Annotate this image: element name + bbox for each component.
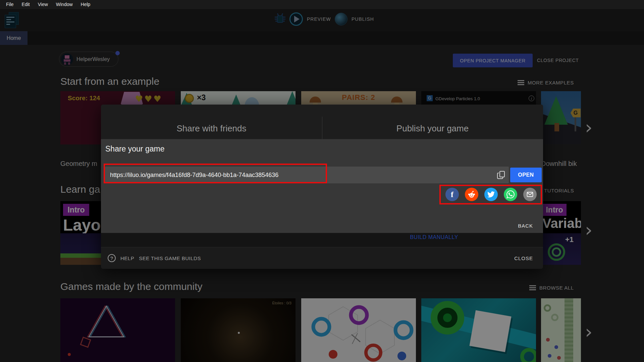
share-heading: Share your game: [105, 144, 164, 154]
whatsapp-share-button[interactable]: [504, 188, 517, 201]
share-dialog: Share with friends Publish your game Sha…: [101, 105, 543, 269]
menu-edit[interactable]: Edit: [18, 0, 34, 9]
facebook-icon: f: [451, 190, 453, 199]
game-url-text: https://liluo.io/games/f4a16fd8-7d9a-464…: [110, 167, 278, 183]
back-button[interactable]: BACK: [518, 223, 533, 229]
twitter-share-button[interactable]: [484, 188, 498, 201]
facebook-share-button[interactable]: f: [445, 188, 459, 201]
menu-window[interactable]: Window: [52, 0, 77, 9]
menu-view[interactable]: View: [34, 0, 52, 9]
dialog-bottom-bar: ? HELP SEE THIS GAME BUILDS CLOSE: [101, 247, 543, 269]
reddit-share-button[interactable]: [465, 188, 478, 201]
twitter-icon: [487, 191, 495, 198]
tab-publish-your-game[interactable]: Publish your game: [322, 105, 543, 139]
menu-file[interactable]: File: [2, 0, 18, 9]
help-icon[interactable]: ?: [108, 254, 116, 262]
help-button[interactable]: HELP: [120, 255, 134, 261]
dialog-lower-area: BUILD MANUALLY ? HELP SEE THIS GAME BUIL…: [101, 233, 543, 269]
share-panel: Share your game https://liluo.io/games/f…: [101, 139, 543, 233]
tab-share-with-friends[interactable]: Share with friends: [101, 105, 322, 139]
game-url-field[interactable]: https://liluo.io/games/f4a16fd8-7d9a-464…: [105, 167, 509, 183]
whatsapp-icon: [506, 190, 515, 198]
email-icon: [526, 190, 534, 198]
copy-icon[interactable]: [496, 170, 506, 180]
menu-bar: File Edit View Window Help: [0, 0, 644, 9]
build-manually-link[interactable]: BUILD MANUALLY: [385, 234, 483, 240]
reddit-icon: [467, 190, 476, 199]
see-builds-button[interactable]: SEE THIS GAME BUILDS: [139, 255, 201, 261]
close-button[interactable]: CLOSE: [514, 255, 533, 261]
open-button[interactable]: OPEN: [510, 168, 542, 182]
email-share-button[interactable]: [523, 188, 537, 201]
social-share-row: f: [445, 188, 537, 201]
menu-help[interactable]: Help: [77, 0, 95, 9]
dialog-tabs: Share with friends Publish your game: [101, 105, 543, 139]
